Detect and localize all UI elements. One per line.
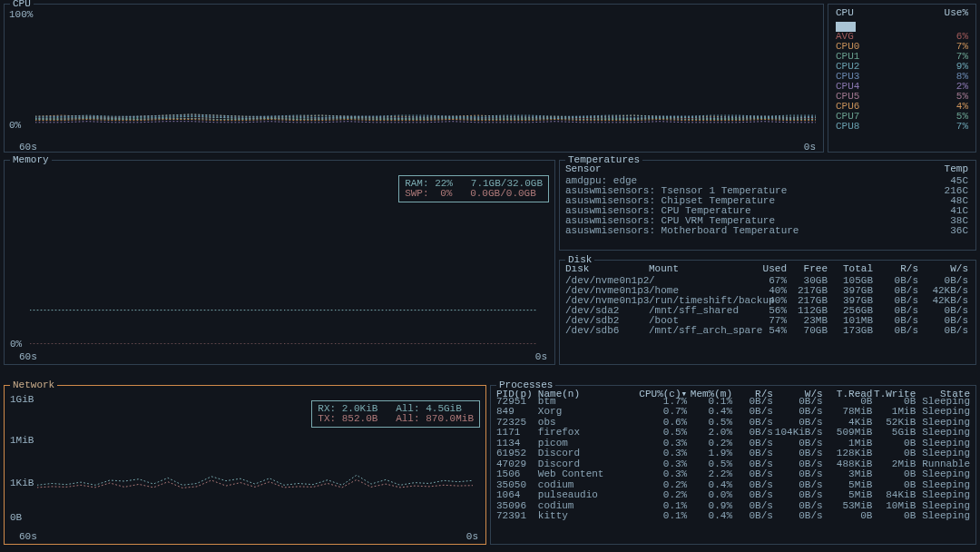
proc-ws: 104KiB/s <box>773 428 823 439</box>
cpu-usage-panel: CPU 100% 0% 60s 0s <box>4 4 824 153</box>
proc-rs: 0B/s <box>732 407 773 418</box>
mem-x-right: 0s <box>535 352 547 362</box>
process-row[interactable]: 1064pulseaudio0.2%0.0%0B/s0B/s5MiB84KiBS… <box>491 490 975 501</box>
disk-ws: 0B/s <box>918 326 968 336</box>
proc-name: kitty <box>538 511 638 522</box>
temperatures-title: Temperatures <box>565 155 642 165</box>
proc-cpu: 0.3% <box>637 469 687 480</box>
proc-twrite: 0B <box>872 469 916 480</box>
net-y-1k: 1KiB <box>10 478 34 488</box>
temperature-row[interactable]: asuswmisensors: Motherboard Temperature3… <box>560 226 975 236</box>
proc-tread: 509MiB <box>823 428 873 439</box>
proc-tread: 78MiB <box>823 407 873 418</box>
disk-panel[interactable]: Disk Disk Mount Used Free Total R/s W/s … <box>559 260 976 365</box>
process-row[interactable]: 72391kitty0.1%0.4%0B/s0B/s0B0BSleeping <box>491 511 975 522</box>
proc-pid: 61952 <box>496 448 538 459</box>
cpu-chart <box>35 25 816 124</box>
proc-pid: 1506 <box>496 469 538 480</box>
proc-cpu: 0.1% <box>637 511 687 522</box>
disk-row[interactable]: /dev/sdb6/mnt/sff_arch_spare54%70GB173GB… <box>560 326 975 336</box>
net-y-1g: 1GiB <box>10 395 34 405</box>
proc-rs: 0B/s <box>732 469 773 480</box>
mem-y-min: 0% <box>10 340 22 350</box>
cpu-panel-title: CPU <box>10 0 34 9</box>
process-row[interactable]: 849Xorg0.7%0.4%0B/s0B/s78MiB1MiBSleeping <box>491 407 975 418</box>
proc-pid: 1171 <box>496 428 538 439</box>
cpu-list-panel[interactable]: CPU Use% AllAVG6%CPU07%CPU17%CPU29%CPU38… <box>828 4 976 153</box>
cpu-y-min: 0% <box>9 121 21 131</box>
temperatures-panel[interactable]: Temperatures Sensor Temp amdgpu: edge45C… <box>559 160 976 251</box>
proc-ws: 0B/s <box>773 448 823 459</box>
disk-free: 70GB <box>787 326 828 336</box>
proc-twrite: 5GiB <box>872 428 916 439</box>
process-row[interactable]: 1506Web Content0.3%2.2%0B/s0B/s3MiB0BSle… <box>491 469 975 480</box>
proc-name: firefox <box>538 428 638 439</box>
sensor-temp: 36C <box>950 226 968 236</box>
proc-twrite: 84KiB <box>872 490 916 501</box>
proc-name: Xorg <box>538 407 638 418</box>
proc-rs: 0B/s <box>732 511 773 522</box>
temp-head-sensor: Sensor <box>565 164 945 174</box>
proc-pid: 849 <box>496 407 538 418</box>
dh-disk: Disk <box>565 264 649 274</box>
process-row[interactable]: 61952Discord0.3%1.9%0B/s0B/s128KiB0BSlee… <box>491 448 975 459</box>
net-x-left: 60s <box>19 532 37 542</box>
disk-total: 173GB <box>828 326 873 336</box>
proc-tread: 3MiB <box>823 469 873 480</box>
proc-state: Sleeping <box>916 407 970 418</box>
processes-title: Processes <box>496 380 555 390</box>
proc-twrite: 0B <box>872 448 916 459</box>
proc-tread: 128KiB <box>823 448 873 459</box>
dh-free: Free <box>787 264 828 274</box>
cpu-list-head-use: Use% <box>945 8 968 18</box>
disk-device: /dev/sdb6 <box>565 326 649 336</box>
proc-state: Sleeping <box>916 490 970 501</box>
proc-rs: 0B/s <box>732 490 773 501</box>
process-row[interactable]: 1171firefox0.5%2.0%0B/s104KiB/s509MiB5Gi… <box>491 428 975 439</box>
processes-panel[interactable]: Processes PID(p) Name(n) CPU%(c)▾ Mem%(m… <box>490 385 976 545</box>
proc-twrite: 0B <box>872 511 916 522</box>
proc-cpu: 0.5% <box>637 428 687 439</box>
proc-pid: 72391 <box>496 511 538 522</box>
proc-state: Sleeping <box>916 428 970 439</box>
proc-ws: 0B/s <box>773 407 823 418</box>
proc-cpu: 0.3% <box>637 448 687 459</box>
dh-rs: R/s <box>873 264 918 274</box>
proc-mem: 2.0% <box>687 428 732 439</box>
proc-mem: 2.2% <box>687 469 732 480</box>
proc-twrite: 1MiB <box>872 407 916 418</box>
disk-rs: 0B/s <box>873 326 918 336</box>
network-title: Network <box>10 380 57 390</box>
proc-state: Sleeping <box>916 469 970 480</box>
net-x-right: 0s <box>466 532 478 542</box>
network-chart <box>37 406 473 524</box>
processes-header[interactable]: PID(p) Name(n) CPU%(c)▾ Mem%(m) R/s W/s … <box>491 386 975 397</box>
disk-header[interactable]: Disk Mount Used Free Total R/s W/s <box>560 261 975 276</box>
dh-used: Used <box>750 264 787 274</box>
proc-state: Sleeping <box>916 448 970 459</box>
proc-tread: 0B <box>823 511 873 522</box>
proc-name: pulseaudio <box>538 490 638 501</box>
proc-ws: 0B/s <box>773 490 823 501</box>
cpu-y-max: 100% <box>9 10 33 20</box>
cpu-list-header[interactable]: CPU Use% <box>828 5 975 22</box>
cpu-use-value: 7% <box>956 122 968 132</box>
sensor-name: asuswmisensors: Motherboard Temperature <box>565 226 950 236</box>
net-y-1m: 1MiB <box>10 436 34 446</box>
temp-head-temp: Temp <box>945 164 968 174</box>
proc-mem: 0.4% <box>687 407 732 418</box>
mem-x-left: 60s <box>19 352 37 362</box>
proc-rs: 0B/s <box>732 428 773 439</box>
disk-title: Disk <box>565 255 594 265</box>
dh-mount: Mount <box>649 264 750 274</box>
cpu-list-row[interactable]: CPU87% <box>828 122 975 132</box>
net-y-0b: 0B <box>10 513 22 523</box>
cpu-name: CPU8 <box>836 122 859 132</box>
proc-mem: 0.0% <box>687 490 732 501</box>
memory-panel: Memory RAM: 22% 7.1GB/32.0GB SWP: 0% 0.0… <box>4 160 555 365</box>
memory-panel-title: Memory <box>10 155 52 165</box>
proc-pid: 1064 <box>496 490 538 501</box>
proc-mem: 0.4% <box>687 511 732 522</box>
disk-used: 54% <box>750 326 787 336</box>
proc-name: Discord <box>538 448 638 459</box>
